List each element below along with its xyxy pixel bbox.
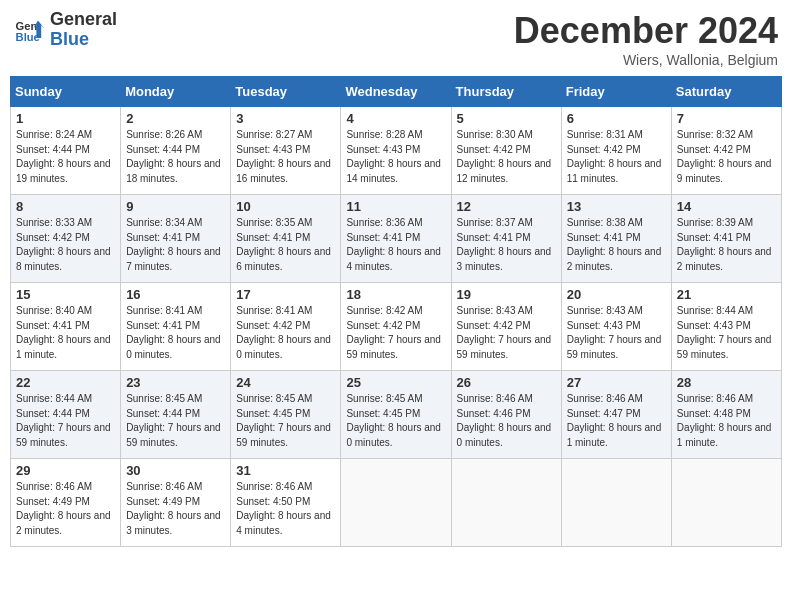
- calendar-cell: 8Sunrise: 8:33 AMSunset: 4:42 PMDaylight…: [11, 195, 121, 283]
- calendar-cell: 23Sunrise: 8:45 AMSunset: 4:44 PMDayligh…: [121, 371, 231, 459]
- day-number: 27: [567, 375, 666, 390]
- week-row-2: 8Sunrise: 8:33 AMSunset: 4:42 PMDaylight…: [11, 195, 782, 283]
- calendar-cell: 4Sunrise: 8:28 AMSunset: 4:43 PMDaylight…: [341, 107, 451, 195]
- day-number: 17: [236, 287, 335, 302]
- day-number: 31: [236, 463, 335, 478]
- day-info: Sunrise: 8:42 AMSunset: 4:42 PMDaylight:…: [346, 304, 445, 362]
- day-number: 25: [346, 375, 445, 390]
- day-info: Sunrise: 8:45 AMSunset: 4:44 PMDaylight:…: [126, 392, 225, 450]
- calendar-cell: 11Sunrise: 8:36 AMSunset: 4:41 PMDayligh…: [341, 195, 451, 283]
- day-number: 3: [236, 111, 335, 126]
- day-info: Sunrise: 8:39 AMSunset: 4:41 PMDaylight:…: [677, 216, 776, 274]
- calendar-cell: 15Sunrise: 8:40 AMSunset: 4:41 PMDayligh…: [11, 283, 121, 371]
- calendar-cell: 27Sunrise: 8:46 AMSunset: 4:47 PMDayligh…: [561, 371, 671, 459]
- day-info: Sunrise: 8:26 AMSunset: 4:44 PMDaylight:…: [126, 128, 225, 186]
- calendar-cell: 31Sunrise: 8:46 AMSunset: 4:50 PMDayligh…: [231, 459, 341, 547]
- day-info: Sunrise: 8:30 AMSunset: 4:42 PMDaylight:…: [457, 128, 556, 186]
- logo-text: General Blue: [50, 10, 117, 50]
- day-info: Sunrise: 8:31 AMSunset: 4:42 PMDaylight:…: [567, 128, 666, 186]
- calendar-cell: 28Sunrise: 8:46 AMSunset: 4:48 PMDayligh…: [671, 371, 781, 459]
- calendar-table: SundayMondayTuesdayWednesdayThursdayFrid…: [10, 76, 782, 547]
- day-info: Sunrise: 8:46 AMSunset: 4:49 PMDaylight:…: [126, 480, 225, 538]
- location: Wiers, Wallonia, Belgium: [514, 52, 778, 68]
- calendar-cell: 17Sunrise: 8:41 AMSunset: 4:42 PMDayligh…: [231, 283, 341, 371]
- day-number: 4: [346, 111, 445, 126]
- day-info: Sunrise: 8:43 AMSunset: 4:43 PMDaylight:…: [567, 304, 666, 362]
- day-info: Sunrise: 8:37 AMSunset: 4:41 PMDaylight:…: [457, 216, 556, 274]
- day-number: 14: [677, 199, 776, 214]
- calendar-cell: 22Sunrise: 8:44 AMSunset: 4:44 PMDayligh…: [11, 371, 121, 459]
- week-row-4: 22Sunrise: 8:44 AMSunset: 4:44 PMDayligh…: [11, 371, 782, 459]
- header-friday: Friday: [561, 77, 671, 107]
- calendar-cell: 30Sunrise: 8:46 AMSunset: 4:49 PMDayligh…: [121, 459, 231, 547]
- calendar-cell: 6Sunrise: 8:31 AMSunset: 4:42 PMDaylight…: [561, 107, 671, 195]
- day-number: 28: [677, 375, 776, 390]
- day-info: Sunrise: 8:44 AMSunset: 4:44 PMDaylight:…: [16, 392, 115, 450]
- calendar-cell: 7Sunrise: 8:32 AMSunset: 4:42 PMDaylight…: [671, 107, 781, 195]
- header-monday: Monday: [121, 77, 231, 107]
- day-number: 20: [567, 287, 666, 302]
- calendar-cell: 5Sunrise: 8:30 AMSunset: 4:42 PMDaylight…: [451, 107, 561, 195]
- day-info: Sunrise: 8:46 AMSunset: 4:50 PMDaylight:…: [236, 480, 335, 538]
- header-tuesday: Tuesday: [231, 77, 341, 107]
- day-info: Sunrise: 8:44 AMSunset: 4:43 PMDaylight:…: [677, 304, 776, 362]
- svg-text:Blue: Blue: [16, 31, 40, 43]
- day-number: 5: [457, 111, 556, 126]
- day-info: Sunrise: 8:45 AMSunset: 4:45 PMDaylight:…: [236, 392, 335, 450]
- day-info: Sunrise: 8:46 AMSunset: 4:46 PMDaylight:…: [457, 392, 556, 450]
- day-info: Sunrise: 8:28 AMSunset: 4:43 PMDaylight:…: [346, 128, 445, 186]
- header-sunday: Sunday: [11, 77, 121, 107]
- day-number: 16: [126, 287, 225, 302]
- day-number: 11: [346, 199, 445, 214]
- calendar-cell: 3Sunrise: 8:27 AMSunset: 4:43 PMDaylight…: [231, 107, 341, 195]
- week-row-3: 15Sunrise: 8:40 AMSunset: 4:41 PMDayligh…: [11, 283, 782, 371]
- day-number: 2: [126, 111, 225, 126]
- day-number: 9: [126, 199, 225, 214]
- day-info: Sunrise: 8:35 AMSunset: 4:41 PMDaylight:…: [236, 216, 335, 274]
- day-info: Sunrise: 8:27 AMSunset: 4:43 PMDaylight:…: [236, 128, 335, 186]
- calendar-cell: 16Sunrise: 8:41 AMSunset: 4:41 PMDayligh…: [121, 283, 231, 371]
- day-number: 24: [236, 375, 335, 390]
- day-number: 19: [457, 287, 556, 302]
- day-info: Sunrise: 8:24 AMSunset: 4:44 PMDaylight:…: [16, 128, 115, 186]
- calendar-cell: [341, 459, 451, 547]
- page-header: Gen Blue General Blue December 2024 Wier…: [10, 10, 782, 68]
- day-number: 15: [16, 287, 115, 302]
- header-thursday: Thursday: [451, 77, 561, 107]
- calendar-cell: 12Sunrise: 8:37 AMSunset: 4:41 PMDayligh…: [451, 195, 561, 283]
- day-info: Sunrise: 8:46 AMSunset: 4:49 PMDaylight:…: [16, 480, 115, 538]
- day-info: Sunrise: 8:34 AMSunset: 4:41 PMDaylight:…: [126, 216, 225, 274]
- title-area: December 2024 Wiers, Wallonia, Belgium: [514, 10, 778, 68]
- calendar-cell: 29Sunrise: 8:46 AMSunset: 4:49 PMDayligh…: [11, 459, 121, 547]
- day-info: Sunrise: 8:43 AMSunset: 4:42 PMDaylight:…: [457, 304, 556, 362]
- logo-icon: Gen Blue: [14, 14, 46, 46]
- calendar-cell: 10Sunrise: 8:35 AMSunset: 4:41 PMDayligh…: [231, 195, 341, 283]
- header-saturday: Saturday: [671, 77, 781, 107]
- calendar-cell: 19Sunrise: 8:43 AMSunset: 4:42 PMDayligh…: [451, 283, 561, 371]
- calendar-cell: 20Sunrise: 8:43 AMSunset: 4:43 PMDayligh…: [561, 283, 671, 371]
- day-info: Sunrise: 8:46 AMSunset: 4:48 PMDaylight:…: [677, 392, 776, 450]
- day-info: Sunrise: 8:33 AMSunset: 4:42 PMDaylight:…: [16, 216, 115, 274]
- day-info: Sunrise: 8:36 AMSunset: 4:41 PMDaylight:…: [346, 216, 445, 274]
- calendar-cell: [561, 459, 671, 547]
- day-info: Sunrise: 8:40 AMSunset: 4:41 PMDaylight:…: [16, 304, 115, 362]
- calendar-cell: [671, 459, 781, 547]
- day-number: 30: [126, 463, 225, 478]
- day-info: Sunrise: 8:38 AMSunset: 4:41 PMDaylight:…: [567, 216, 666, 274]
- logo-general: General: [50, 10, 117, 30]
- day-number: 29: [16, 463, 115, 478]
- calendar-cell: 24Sunrise: 8:45 AMSunset: 4:45 PMDayligh…: [231, 371, 341, 459]
- day-number: 12: [457, 199, 556, 214]
- day-number: 10: [236, 199, 335, 214]
- calendar-cell: 13Sunrise: 8:38 AMSunset: 4:41 PMDayligh…: [561, 195, 671, 283]
- day-number: 18: [346, 287, 445, 302]
- calendar-cell: 25Sunrise: 8:45 AMSunset: 4:45 PMDayligh…: [341, 371, 451, 459]
- day-info: Sunrise: 8:41 AMSunset: 4:41 PMDaylight:…: [126, 304, 225, 362]
- day-number: 22: [16, 375, 115, 390]
- day-number: 13: [567, 199, 666, 214]
- calendar-cell: 26Sunrise: 8:46 AMSunset: 4:46 PMDayligh…: [451, 371, 561, 459]
- calendar-cell: 2Sunrise: 8:26 AMSunset: 4:44 PMDaylight…: [121, 107, 231, 195]
- day-info: Sunrise: 8:45 AMSunset: 4:45 PMDaylight:…: [346, 392, 445, 450]
- calendar-cell: 18Sunrise: 8:42 AMSunset: 4:42 PMDayligh…: [341, 283, 451, 371]
- day-info: Sunrise: 8:32 AMSunset: 4:42 PMDaylight:…: [677, 128, 776, 186]
